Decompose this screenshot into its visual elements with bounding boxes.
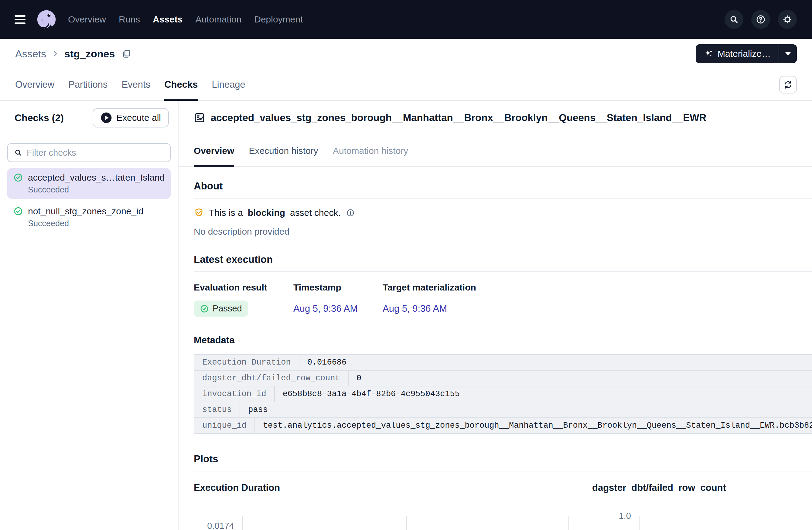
execute-all-button[interactable]: Execute all (92, 108, 169, 128)
nav-item-runs[interactable]: Runs (119, 14, 140, 25)
refresh-button[interactable] (779, 76, 797, 93)
checks-count-title: Checks (2) (15, 112, 64, 123)
table-row: unique_id test.analytics.accepted_values… (194, 418, 812, 434)
column-header-timestamp: Timestamp (293, 282, 382, 293)
y-tick: 0.6 (619, 528, 631, 530)
plots-row: Execution Duration 0.0174 (194, 482, 812, 530)
tab-checks[interactable]: Checks (164, 69, 198, 100)
column-header-evaluation-result: Evaluation result (194, 282, 293, 293)
metadata-value: test.analytics.accepted_values_stg_zones… (255, 418, 812, 433)
check-list: accepted_values_s…taten_Island_ Succeede… (7, 168, 171, 233)
gridline (406, 516, 407, 530)
sparkle-icon (704, 49, 713, 59)
execute-all-label: Execute all (116, 113, 161, 123)
tab-execution-history[interactable]: Execution history (249, 135, 318, 166)
settings-button[interactable] (778, 10, 797, 29)
latest-execution-table: Evaluation result Timestamp Target mater… (194, 282, 812, 316)
about-heading: About (194, 180, 812, 192)
chevron-right-icon (52, 50, 59, 57)
top-nav: Overview Runs Assets Automation Deployme… (0, 0, 812, 39)
check-name: not_null_stg_zones_zone_id (28, 206, 143, 217)
play-circle-icon (101, 112, 112, 123)
metadata-key: status (194, 402, 240, 417)
check-circle-icon (200, 304, 209, 313)
check-list-item-not-null[interactable]: not_null_stg_zones_zone_id Succeeded (7, 202, 171, 233)
blocking-text-bold: blocking (248, 208, 285, 218)
gridline (635, 516, 808, 516)
check-list-item-accepted-values[interactable]: accepted_values_s…taten_Island_ Succeede… (7, 168, 171, 199)
content: Checks (2) Execute all (0, 101, 812, 530)
nav-item-deployment[interactable]: Deployment (254, 14, 303, 25)
gear-icon (783, 15, 792, 24)
metadata-value: e658b8c8-3a1a-4b4f-82b6-4c955043c155 (275, 386, 812, 402)
section-divider (194, 471, 812, 471)
metadata-key: Execution Duration (194, 355, 300, 370)
tab-events[interactable]: Events (121, 69, 150, 100)
timestamp-link[interactable]: Aug 5, 9:36 AM (293, 303, 358, 314)
chart-title: Execution Duration (194, 482, 569, 493)
table-row: Execution Duration 0.016686 (194, 355, 812, 371)
check-title-row: accepted_values_stg_zones_borough__Manha… (178, 101, 812, 135)
gridline (238, 526, 569, 526)
blocking-note: This is a blocking asset check. (194, 208, 812, 218)
dagster-logo-icon[interactable] (37, 10, 57, 29)
metadata-key: unique_id (194, 418, 255, 433)
execution-duration-chart: Execution Duration 0.0174 (194, 482, 569, 530)
chart-plot-area (639, 516, 808, 530)
latest-execution-heading: Latest execution (194, 254, 812, 265)
nav-item-overview[interactable]: Overview (68, 14, 106, 25)
help-button[interactable] (751, 10, 770, 29)
table-row: invocation_id e658b8c8-3a1a-4b4f-82b6-4c… (194, 386, 812, 402)
search-button[interactable] (725, 10, 743, 29)
asset-tabs-bar: Overview Partitions Events Checks Lineag… (0, 69, 812, 101)
y-tick: 0.0174 (207, 521, 234, 530)
help-icon (756, 15, 766, 24)
search-icon (14, 148, 23, 157)
metadata-value: pass (240, 402, 812, 417)
copy-icon[interactable] (121, 49, 131, 59)
page-header: Assets stg_zones Materialize… (0, 39, 812, 69)
top-nav-items: Overview Runs Assets Automation Deployme… (68, 14, 303, 25)
hamburger-menu-icon[interactable] (15, 15, 26, 24)
gridline (568, 516, 569, 530)
check-detail-panel: accepted_values_stg_zones_borough__Manha… (178, 101, 812, 530)
breadcrumb-assets-link[interactable]: Assets (15, 48, 46, 60)
check-circle-icon (13, 173, 23, 182)
metadata-heading: Metadata (194, 335, 812, 346)
section-divider (194, 198, 812, 198)
column-header-target-materialization: Target materialization (382, 282, 812, 293)
check-circle-icon (13, 206, 23, 216)
nav-item-automation[interactable]: Automation (195, 14, 242, 25)
materialize-button[interactable]: Materialize… (696, 44, 779, 63)
nav-item-assets[interactable]: Assets (153, 14, 183, 25)
metadata-key: dagster_dbt/failed_row_count (194, 371, 349, 386)
plots-heading: Plots (194, 453, 812, 465)
filter-checks-input[interactable] (27, 148, 164, 158)
check-detail-tabs: Overview Execution history Automation hi… (178, 135, 812, 167)
blocking-text-prefix: This is a (209, 208, 243, 218)
check-status: Succeeded (28, 185, 164, 195)
table-row: status pass (194, 402, 812, 418)
metadata-value: 0.016686 (300, 355, 812, 370)
materialize-dropdown-button[interactable] (779, 44, 797, 63)
blocking-text-suffix: asset check. (290, 208, 341, 218)
target-materialization-link[interactable]: Aug 5, 9:36 AM (382, 303, 447, 314)
breadcrumb-current-asset: stg_zones (64, 48, 115, 60)
check-status: Succeeded (28, 219, 164, 228)
y-axis-ticks: 0.0174 (194, 516, 242, 530)
tab-overview[interactable]: Overview (15, 69, 54, 100)
y-axis-ticks: 1.0 0.6 (592, 516, 639, 530)
search-icon (729, 15, 739, 24)
tab-lineage[interactable]: Lineage (212, 69, 245, 100)
metadata-value: 0 (349, 371, 812, 386)
materialize-label: Materialize… (717, 48, 771, 59)
tab-partitions[interactable]: Partitions (68, 69, 107, 100)
checks-sidebar-body: accepted_values_s…taten_Island_ Succeede… (0, 135, 178, 240)
tab-automation-history: Automation history (333, 135, 408, 166)
metadata-key: invocation_id (194, 386, 275, 402)
gridline (808, 516, 808, 530)
table-row: dagster_dbt/failed_row_count 0 (194, 371, 812, 386)
evaluation-result-badge: Passed (194, 300, 248, 316)
tab-check-overview[interactable]: Overview (194, 135, 234, 166)
info-icon[interactable] (346, 208, 355, 217)
